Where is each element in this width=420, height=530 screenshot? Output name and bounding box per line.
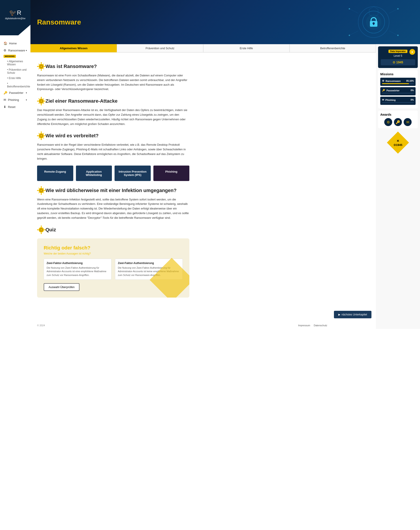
cards-row: Remote-Zugang Application Whitelisting I… (37, 165, 189, 181)
section-infektion-title: Wie wird üblicherweise mit einer Infekti… (37, 186, 189, 195)
svg-point-84 (37, 229, 38, 230)
chevron-down-icon-3: ▾ (26, 99, 27, 101)
main-content-area: Allgemeines Wissen Prävention und Schutz… (30, 44, 376, 329)
card-remote[interactable]: Remote-Zugang (37, 165, 73, 181)
reset-icon: ⬇ (3, 105, 6, 109)
chevron-down-icon-2: ▾ (26, 92, 27, 94)
sidebar-sub-erste-hilfe[interactable]: Erste Hilfe (0, 75, 30, 81)
section-ziel-text: Das Hauptziel einer Ransomware-Attacke i… (37, 108, 189, 126)
svg-line-9 (389, 31, 398, 35)
sidebar-item-phishing[interactable]: ✉ Phishing ▾ (0, 96, 30, 103)
virus-icon-1 (37, 62, 45, 71)
section-verbreitung-text: Ransomware wird in der Regel über versch… (37, 143, 189, 161)
svg-line-23 (43, 68, 44, 69)
footer-impressum[interactable]: Impressum (298, 324, 310, 327)
next-chapter-icon: ▶ (338, 313, 340, 316)
mail-icon: ✉ (3, 98, 6, 102)
user-card: Data Imperator ★ Level 5 ⊙ 1945 (378, 46, 418, 68)
svg-line-38 (43, 103, 44, 104)
tabs-nav: Allgemeines Wissen Prävention und Schutz… (30, 44, 376, 53)
sidebar-item-ransomware-label: Ransomware (8, 49, 25, 52)
sidebar-sub-betroffenenberichte[interactable]: Betroffenenberichte (0, 81, 30, 89)
footer-year: © 2024 (37, 324, 45, 327)
mission-phishing[interactable]: ✉ Phishing 0% (380, 97, 416, 105)
svg-line-25 (39, 68, 39, 69)
star-icon: ★ (409, 49, 415, 55)
sidebar-sub-allgemeines[interactable]: Allgemeines Wissen (0, 59, 30, 67)
card-phishing[interactable]: Phishing (153, 165, 189, 181)
svg-point-42 (41, 104, 42, 105)
diamond-x: × (393, 139, 402, 143)
mission-phishing-name: ✉ Phishing 0% (382, 98, 414, 101)
svg-point-72 (41, 194, 42, 195)
section-ziel-title: Ziel einer Ransomware-Attacke (37, 97, 189, 105)
diamond-points: ⊙1945 (393, 143, 402, 147)
main-content: Ransomware (30, 0, 420, 530)
section-verbreitung-title: Wie wird es verbreitet? (37, 132, 189, 140)
card-whitelisting[interactable]: Application Whitelisting (76, 165, 112, 181)
awards-title: Awards (380, 113, 416, 116)
tab-erste-hilfe[interactable]: Erste Hilfe (203, 44, 290, 52)
tab-allgemeines[interactable]: Allgemeines Wissen (30, 44, 117, 52)
svg-line-67 (39, 188, 39, 189)
svg-point-73 (37, 190, 38, 191)
svg-line-6 (349, 9, 358, 13)
missions-title: Missions (380, 73, 416, 76)
mission-passwoerter-name: 🔑 Passwörter 0% (382, 89, 414, 92)
sidebar-item-ransomware[interactable]: ⚙ Ransomware ▾ (0, 47, 30, 54)
svg-point-58 (37, 135, 38, 136)
svg-rect-5 (373, 23, 374, 25)
quiz-option-a[interactable]: Zwei-Faktor-Authentisierung Die Nutzung … (44, 259, 112, 280)
missions-section: Missions ⚙ Ransomware 85.16% (378, 70, 418, 108)
mission-ransomware[interactable]: ⚙ Ransomware 85.16% (380, 78, 416, 86)
sidebar: 🐦‍⬛R digitalakademie@bw 🏠 Home ⚙ Ransomw… (0, 0, 30, 530)
svg-point-43 (37, 101, 38, 102)
sidebar-sub-praevention[interactable]: Prävention und Schutz (0, 67, 30, 75)
tab-berichte[interactable]: Betroffenenberichte (290, 44, 376, 52)
svg-line-39 (43, 98, 44, 99)
sidebar-item-passwoerter[interactable]: 🔑 Passwörter ▾ (0, 89, 30, 96)
tab-praevention[interactable]: Prävention und Schutz (117, 44, 203, 52)
mission-ransomware-bar (382, 83, 409, 84)
svg-point-26 (41, 62, 42, 63)
user-card-inner: Data Imperator ★ Level 5 ⊙ 1945 (381, 49, 415, 65)
svg-line-40 (39, 103, 39, 104)
next-chapter-label: nächstes Unterkapitel (342, 313, 367, 316)
points-diamond: × ⊙1945 (386, 131, 410, 155)
user-badge: Data Imperator (389, 50, 408, 53)
next-chapter-button[interactable]: ▶ nächstes Unterkapitel (334, 311, 371, 318)
svg-point-32 (40, 100, 42, 102)
svg-line-22 (39, 64, 39, 64)
key-icon: 🔑 (3, 91, 7, 94)
card-ips[interactable]: Intrusion Prevention System (IPS) (115, 165, 151, 181)
footer-datenschutz[interactable]: Datenschutz (314, 324, 327, 327)
svg-point-28 (37, 66, 38, 67)
content-area: Was ist Ransomware? Ransomware ist eine … (30, 53, 196, 306)
svg-point-13 (397, 35, 399, 36)
footer-links: Impressum Datenschutz (298, 324, 327, 327)
awards-icons-row: ⚙ 🔑 ✉ (380, 118, 416, 126)
svg-point-83 (41, 233, 42, 234)
hero-graphic (341, 2, 407, 42)
sidebar-item-reset[interactable]: ⬇ Reset (0, 103, 30, 110)
svg-point-77 (40, 229, 42, 231)
section-was-ist-heading: Was ist Ransomware? (45, 64, 97, 69)
svg-point-17 (40, 66, 42, 67)
hero-title: Ransomware (37, 18, 81, 26)
mission-phishing-bar-bg (382, 102, 414, 103)
diamond-inner: × ⊙1945 (393, 139, 402, 147)
mission-passwoerter-bar-bg (382, 93, 414, 94)
quiz-check-button[interactable]: Auswahl Überprüfen (44, 283, 79, 291)
sidebar-item-home[interactable]: 🏠 Home (0, 40, 30, 47)
missions-badge: MISSIONS (3, 55, 16, 58)
svg-line-24 (43, 64, 44, 64)
quiz-box: Richtig oder falsch? Welche der beiden A… (37, 238, 189, 298)
right-panel: Data Imperator ★ Level 5 ⊙ 1945 Missions… (376, 44, 420, 329)
mission-phishing-icon: ✉ (382, 98, 384, 101)
section-ziel-heading: Ziel einer Ransomware-Attacke (45, 98, 117, 104)
svg-line-69 (43, 188, 44, 189)
section-was-ist-text: Ransomware ist eine Form von Schadsoftwa… (37, 73, 189, 92)
mission-ransomware-icon: ⚙ (382, 79, 384, 82)
quiz-section-title: Quiz (37, 226, 189, 234)
mission-passwoerter[interactable]: 🔑 Passwörter 0% (380, 87, 416, 95)
